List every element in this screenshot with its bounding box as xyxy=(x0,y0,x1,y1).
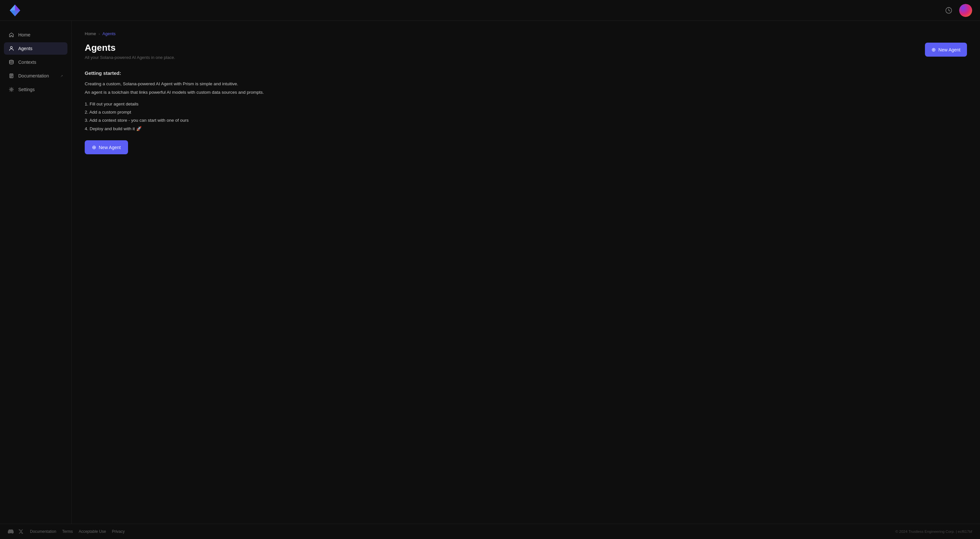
svg-point-4 xyxy=(11,89,13,90)
plus-icon-header: ⊕ xyxy=(931,46,936,53)
footer: Documentation Terms Acceptable Use Priva… xyxy=(0,524,980,539)
page-title-section: Agents All your Solana-powered AI Agents… xyxy=(85,43,175,60)
footer-link-privacy[interactable]: Privacy xyxy=(112,529,124,534)
logo-container[interactable] xyxy=(8,3,22,17)
getting-started-section: Getting started: Creating a custom, Sola… xyxy=(85,70,313,154)
page-header: Agents All your Solana-powered AI Agents… xyxy=(85,43,967,60)
footer-social xyxy=(8,529,24,534)
getting-started-heading: Getting started: xyxy=(85,70,313,76)
new-agent-header-label: New Agent xyxy=(938,47,961,52)
intro-line-2: An agent is a toolchain that links power… xyxy=(85,89,313,96)
step-4: 4. Deploy and build with it 🚀 xyxy=(85,126,313,131)
steps-list: 1. Fill out your agent details 2. Add a … xyxy=(85,101,313,131)
svg-point-1 xyxy=(10,46,13,49)
step-3: 3. Add a context store - you can start w… xyxy=(85,118,313,123)
sidebar-docs-label: Documentation xyxy=(18,73,49,78)
sidebar-item-home[interactable]: Home xyxy=(4,29,67,41)
breadcrumb-current: Agents xyxy=(102,31,115,36)
header xyxy=(0,0,980,21)
main-content: Home › Agents Agents All your Solana-pow… xyxy=(72,21,980,524)
sidebar-agents-label: Agents xyxy=(18,46,33,51)
sidebar-contexts-label: Contexts xyxy=(18,60,36,65)
plus-icon-main: ⊕ xyxy=(92,144,96,151)
sidebar-item-contexts[interactable]: Contexts xyxy=(4,56,67,68)
timer-button[interactable] xyxy=(943,5,954,16)
footer-links: Documentation Terms Acceptable Use Priva… xyxy=(30,529,125,534)
sidebar-item-documentation[interactable]: Documentation ↗ xyxy=(4,70,67,82)
footer-left: Documentation Terms Acceptable Use Priva… xyxy=(8,529,125,534)
agents-icon xyxy=(8,46,14,51)
contexts-icon xyxy=(8,59,14,65)
external-link-icon: ↗ xyxy=(60,74,63,78)
footer-link-documentation[interactable]: Documentation xyxy=(30,529,56,534)
sidebar-item-agents[interactable]: Agents xyxy=(4,42,67,55)
breadcrumb: Home › Agents xyxy=(85,31,967,36)
sidebar-settings-label: Settings xyxy=(18,87,35,92)
footer-copyright: © 2024 Trustless Engineering Corp. | ecf… xyxy=(895,529,972,533)
svg-point-2 xyxy=(10,60,13,62)
header-right xyxy=(943,4,972,17)
footer-link-terms[interactable]: Terms xyxy=(62,529,73,534)
page-subtitle: All your Solana-powered AI Agents in one… xyxy=(85,55,175,60)
breadcrumb-home[interactable]: Home xyxy=(85,31,96,36)
new-agent-main-button[interactable]: ⊕ New Agent xyxy=(85,140,128,154)
home-icon xyxy=(8,32,14,38)
new-agent-header-button[interactable]: ⊕ New Agent xyxy=(925,43,967,57)
page-title: Agents xyxy=(85,43,175,53)
step-2: 2. Add a custom prompt xyxy=(85,110,313,114)
twitter-icon[interactable] xyxy=(18,529,24,534)
prism-logo-icon xyxy=(8,3,22,17)
step-1: 1. Fill out your agent details xyxy=(85,101,313,106)
docs-icon xyxy=(8,73,14,79)
sidebar-item-settings[interactable]: Settings xyxy=(4,83,67,96)
settings-icon xyxy=(8,87,14,92)
sidebar: Home Agents Contexts xyxy=(0,21,72,524)
new-agent-main-label: New Agent xyxy=(99,145,121,150)
discord-icon[interactable] xyxy=(8,529,14,534)
sidebar-home-label: Home xyxy=(18,32,30,37)
footer-link-acceptable-use[interactable]: Acceptable Use xyxy=(78,529,106,534)
layout: Home Agents Contexts xyxy=(0,21,980,524)
breadcrumb-chevron: › xyxy=(99,32,100,36)
user-avatar[interactable] xyxy=(959,4,972,17)
intro-line-1: Creating a custom, Solana-powered AI Age… xyxy=(85,81,313,87)
